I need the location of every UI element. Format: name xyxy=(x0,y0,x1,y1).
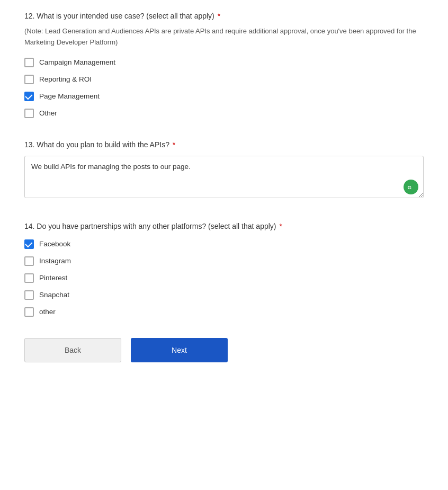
question-13-required: * xyxy=(173,140,175,149)
checkbox-page-box[interactable] xyxy=(24,92,34,101)
question-13-text: What do you plan to build with the APIs? xyxy=(37,140,169,149)
footer-buttons: Back Next xyxy=(24,338,424,362)
checkbox-facebook-box[interactable] xyxy=(24,239,34,249)
checkbox-campaign-label[interactable]: Campaign Management xyxy=(39,58,115,66)
question-13-textarea-wrapper: G xyxy=(24,156,424,200)
checkbox-instagram-box[interactable] xyxy=(24,256,34,266)
checkbox-facebook[interactable]: Facebook xyxy=(24,239,424,249)
question-14-label: 14. Do you have partnerships with any ot… xyxy=(24,221,424,232)
checkbox-reporting-box[interactable] xyxy=(24,75,34,84)
checkbox-page-label[interactable]: Page Management xyxy=(39,92,100,100)
question-14-options: Facebook Instagram Pinterest Snapchat ot… xyxy=(24,239,424,317)
question-14-number: 14. xyxy=(24,222,34,230)
question-12-number: 12. xyxy=(24,12,34,20)
grammarly-svg: G xyxy=(407,183,415,191)
checkbox-campaign-box[interactable] xyxy=(24,58,34,67)
checkbox-snapchat-box[interactable] xyxy=(24,290,34,300)
question-12-label: 12. What is your intended use case? (sel… xyxy=(24,11,424,22)
question-14-text: Do you have partnerships with any other … xyxy=(37,222,276,230)
checkbox-other-q12[interactable]: Other xyxy=(24,109,424,118)
question-13-label: 13. What do you plan to build with the A… xyxy=(24,139,424,150)
checkbox-pinterest-label[interactable]: Pinterest xyxy=(39,274,67,282)
svg-text:G: G xyxy=(408,184,411,190)
checkbox-campaign[interactable]: Campaign Management xyxy=(24,58,424,67)
question-14-required: * xyxy=(279,222,282,230)
checkbox-other-q14-box[interactable] xyxy=(24,307,34,317)
question-12-text: What is your intended use case? (select … xyxy=(37,12,214,20)
back-button[interactable]: Back xyxy=(24,338,121,362)
checkbox-instagram[interactable]: Instagram xyxy=(24,256,424,266)
checkbox-page[interactable]: Page Management xyxy=(24,92,424,101)
checkbox-pinterest[interactable]: Pinterest xyxy=(24,273,424,283)
checkbox-other-q12-box[interactable] xyxy=(24,109,34,118)
checkbox-reporting-label[interactable]: Reporting & ROI xyxy=(39,75,92,83)
question-13-textarea[interactable] xyxy=(24,156,424,198)
checkbox-snapchat-label[interactable]: Snapchat xyxy=(39,291,69,299)
question-12-note: (Note: Lead Generation and Audiences API… xyxy=(24,26,424,48)
question-13-number: 13. xyxy=(24,140,34,149)
checkbox-reporting[interactable]: Reporting & ROI xyxy=(24,75,424,84)
question-12-required: * xyxy=(218,12,220,20)
page-container: 12. What is your intended use case? (sel… xyxy=(0,0,448,378)
checkbox-other-q12-label[interactable]: Other xyxy=(39,109,57,117)
checkbox-instagram-label[interactable]: Instagram xyxy=(39,257,71,265)
question-13-block: 13. What do you plan to build with the A… xyxy=(24,139,424,200)
grammarly-icon: G xyxy=(404,180,418,194)
question-12-block: 12. What is your intended use case? (sel… xyxy=(24,11,424,118)
checkbox-other-q14[interactable]: other xyxy=(24,307,424,317)
question-14-block: 14. Do you have partnerships with any ot… xyxy=(24,221,424,317)
checkbox-facebook-label[interactable]: Facebook xyxy=(39,240,70,248)
checkbox-snapchat[interactable]: Snapchat xyxy=(24,290,424,300)
question-12-options: Campaign Management Reporting & ROI Page… xyxy=(24,58,424,118)
next-button[interactable]: Next xyxy=(131,338,228,362)
checkbox-other-q14-label[interactable]: other xyxy=(39,308,56,316)
checkbox-pinterest-box[interactable] xyxy=(24,273,34,283)
